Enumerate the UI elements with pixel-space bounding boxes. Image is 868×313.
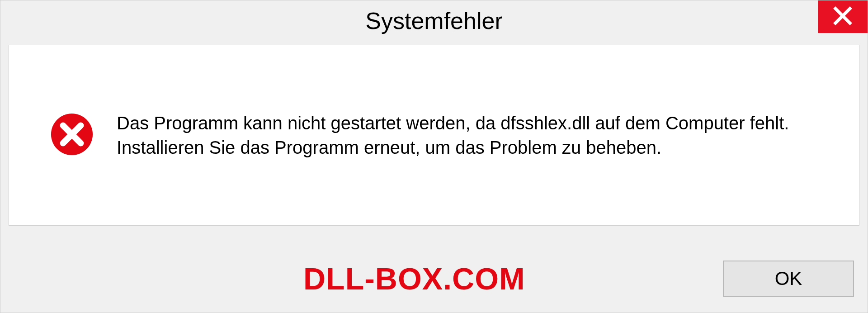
content-area: Das Programm kann nicht gestartet werden…	[9, 45, 859, 226]
close-button[interactable]	[818, 0, 868, 33]
error-message: Das Programm kann nicht gestartet werden…	[117, 111, 804, 160]
error-dialog: Systemfehler Das Programm kann nicht ges…	[0, 0, 868, 313]
error-icon	[50, 112, 94, 158]
watermark-text: DLL-BOX.COM	[303, 261, 525, 296]
close-icon	[833, 6, 853, 28]
title-bar: Systemfehler	[0, 0, 868, 41]
dialog-title: Systemfehler	[365, 7, 502, 34]
dialog-footer: DLL-BOX.COM OK	[14, 254, 854, 304]
ok-button[interactable]: OK	[723, 261, 854, 297]
